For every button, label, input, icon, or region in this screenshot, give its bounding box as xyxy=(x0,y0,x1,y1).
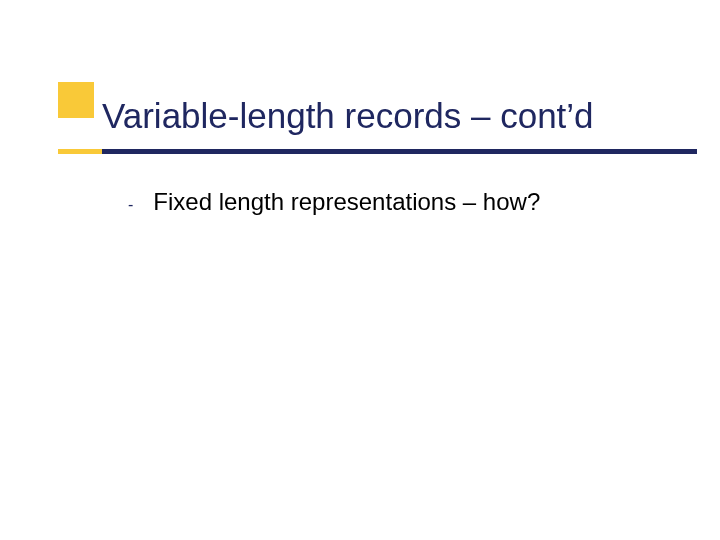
list-item: - Fixed length representations – how? xyxy=(128,186,540,221)
bullet-list: - Fixed length representations – how? xyxy=(128,186,540,221)
slide: Variable-length records – cont’d - Fixed… xyxy=(0,0,720,540)
accent-square xyxy=(58,82,94,118)
bullet-dash-icon: - xyxy=(128,189,133,221)
title-underline xyxy=(0,149,720,154)
underline-navy xyxy=(102,149,697,154)
slide-title: Variable-length records – cont’d xyxy=(102,96,594,136)
underline-yellow xyxy=(58,149,102,154)
bullet-text: Fixed length representations – how? xyxy=(153,186,540,218)
